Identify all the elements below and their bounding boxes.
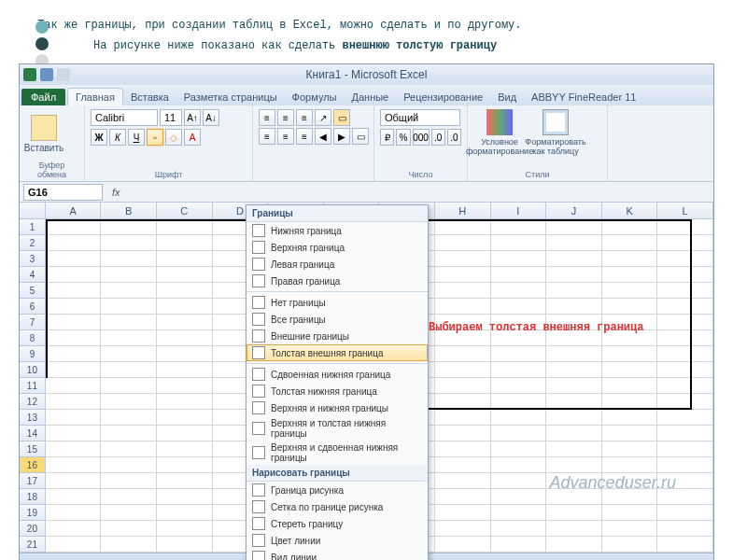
cell[interactable] xyxy=(101,537,157,553)
cell[interactable] xyxy=(602,378,658,394)
cell[interactable] xyxy=(491,346,547,362)
cell[interactable] xyxy=(602,235,658,251)
cell[interactable] xyxy=(657,346,713,362)
cell[interactable] xyxy=(602,251,658,267)
cell[interactable] xyxy=(491,283,547,299)
decrease-font-button[interactable]: A↓ xyxy=(203,109,219,126)
cell[interactable] xyxy=(657,315,713,330)
cell[interactable] xyxy=(46,235,102,251)
cell[interactable] xyxy=(657,330,713,346)
cell[interactable] xyxy=(657,394,713,410)
cell[interactable] xyxy=(157,378,213,394)
row-header[interactable]: 11 xyxy=(20,378,46,394)
cell[interactable] xyxy=(101,267,157,283)
cell[interactable] xyxy=(46,521,102,537)
borders-menu-item[interactable]: Все границы xyxy=(247,311,428,328)
cell[interactable] xyxy=(101,505,157,521)
italic-button[interactable]: К xyxy=(109,129,126,146)
cell[interactable] xyxy=(157,362,213,378)
cell[interactable] xyxy=(657,537,713,553)
borders-menu-item[interactable]: Верхняя граница xyxy=(247,239,428,256)
cell[interactable] xyxy=(491,505,547,521)
row-header[interactable]: 16 xyxy=(20,457,46,473)
cell[interactable] xyxy=(101,410,157,426)
row-header[interactable]: 19 xyxy=(20,505,46,521)
borders-menu-item[interactable]: Сдвоенная нижняя граница xyxy=(247,366,428,383)
cell[interactable] xyxy=(602,267,658,283)
tab-file[interactable]: Файл xyxy=(21,89,65,105)
cell[interactable] xyxy=(46,410,102,426)
row-header[interactable]: 4 xyxy=(20,267,46,283)
tab-home[interactable]: Главная xyxy=(67,88,123,105)
tab-formulas[interactable]: Формулы xyxy=(285,89,345,105)
cell[interactable] xyxy=(435,251,491,267)
cell[interactable] xyxy=(546,457,602,473)
row-header[interactable]: 15 xyxy=(20,441,46,457)
cell[interactable] xyxy=(491,489,547,505)
cell[interactable] xyxy=(157,410,213,426)
cell[interactable] xyxy=(101,457,157,473)
merge-button[interactable]: ▭ xyxy=(352,128,369,145)
column-header[interactable]: B xyxy=(101,203,157,218)
cell[interactable] xyxy=(657,410,713,426)
borders-menu-item[interactable]: Цвет линии xyxy=(247,532,428,549)
cell[interactable] xyxy=(46,330,102,346)
comma-button[interactable]: 000 xyxy=(413,129,430,146)
cell[interactable] xyxy=(546,410,602,426)
cell[interactable] xyxy=(491,299,547,315)
cell[interactable] xyxy=(46,378,102,394)
cell[interactable] xyxy=(602,394,658,410)
align-middle-button[interactable]: ≡ xyxy=(277,109,294,126)
cell[interactable] xyxy=(546,299,602,315)
cell[interactable] xyxy=(546,346,602,362)
cell[interactable] xyxy=(657,267,713,283)
cell[interactable] xyxy=(46,426,102,441)
cell[interactable] xyxy=(491,473,547,489)
borders-menu-item[interactable]: Вид линии xyxy=(247,549,428,560)
cell[interactable] xyxy=(101,330,157,346)
cell[interactable] xyxy=(491,410,547,426)
cell[interactable] xyxy=(435,346,491,362)
cell[interactable] xyxy=(101,283,157,299)
paste-button[interactable]: Вставить xyxy=(25,109,63,159)
cell[interactable] xyxy=(101,426,157,441)
wrap-text-button[interactable]: ▭ xyxy=(333,109,350,126)
align-top-button[interactable]: ≡ xyxy=(259,109,275,126)
cell[interactable] xyxy=(435,410,491,426)
row-header[interactable]: 20 xyxy=(20,521,46,537)
cell[interactable] xyxy=(101,394,157,410)
tab-insert[interactable]: Вставка xyxy=(123,89,176,105)
underline-button[interactable]: Ч xyxy=(128,129,145,146)
cell[interactable] xyxy=(46,441,102,457)
row-header[interactable]: 1 xyxy=(20,219,46,235)
cell[interactable] xyxy=(657,283,713,299)
tab-data[interactable]: Данные xyxy=(344,89,396,105)
cell[interactable] xyxy=(602,410,658,426)
cell[interactable] xyxy=(46,394,102,410)
cell[interactable] xyxy=(657,505,713,521)
cell[interactable] xyxy=(491,521,547,537)
row-header[interactable]: 2 xyxy=(20,235,46,251)
tab-review[interactable]: Рецензирование xyxy=(396,89,490,105)
orientation-button[interactable]: ↗ xyxy=(315,109,331,126)
column-header[interactable]: H xyxy=(435,203,491,218)
cell[interactable] xyxy=(657,426,713,441)
cell[interactable] xyxy=(157,219,213,235)
column-header[interactable]: J xyxy=(546,203,602,218)
cell[interactable] xyxy=(435,283,491,299)
cell[interactable] xyxy=(546,426,602,441)
cell[interactable] xyxy=(101,315,157,330)
cell[interactable] xyxy=(101,219,157,235)
borders-button[interactable]: ▫ xyxy=(147,129,163,146)
cell[interactable] xyxy=(157,315,213,330)
cell[interactable] xyxy=(46,457,102,473)
cell[interactable] xyxy=(657,219,713,235)
cell[interactable] xyxy=(491,378,547,394)
cell[interactable] xyxy=(602,362,658,378)
cell[interactable] xyxy=(657,362,713,378)
cell[interactable] xyxy=(435,362,491,378)
cell[interactable] xyxy=(157,346,213,362)
tab-page-layout[interactable]: Разметка страницы xyxy=(176,89,285,105)
cell[interactable] xyxy=(602,457,658,473)
font-color-button[interactable]: A xyxy=(184,129,201,146)
